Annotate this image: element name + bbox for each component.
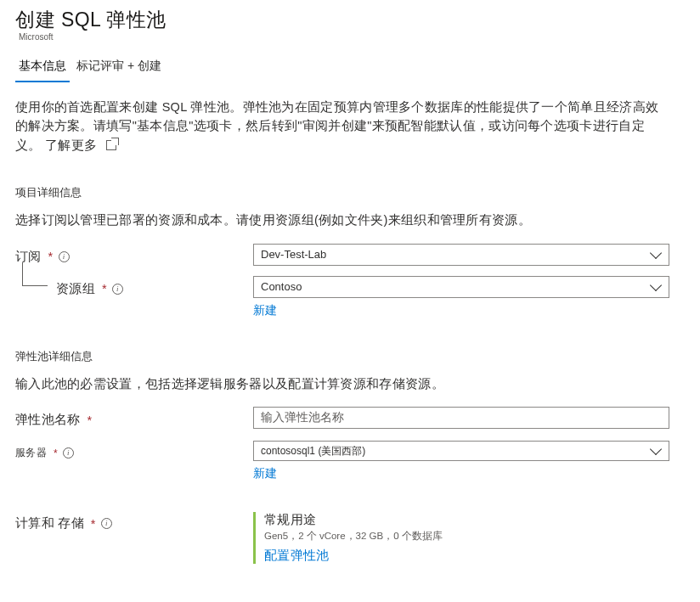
compute-storage-label: 计算和 存储 * i [15, 510, 253, 532]
resource-group-select[interactable]: Contoso [253, 276, 669, 298]
pool-name-placeholder: 输入弹性池名称 [261, 410, 344, 425]
pool-section-desc: 输入此池的必需设置，包括选择逻辑服务器以及配置计算资源和存储资源。 [15, 374, 685, 393]
learn-more-label: 了解更多 [45, 138, 97, 152]
chevron-down-icon [650, 247, 662, 259]
pool-name-label-text: 弹性池名称 [15, 412, 81, 428]
required-mark: * [48, 250, 54, 263]
tab-tags-review-create[interactable]: 标记评审 + 创建 [73, 53, 165, 82]
external-link-icon [106, 140, 116, 150]
brand-label: Microsoft [19, 32, 685, 42]
compute-spec: Gen5，2 个 vCore，32 GB，0 个数据库 [264, 530, 669, 543]
tab-basic[interactable]: 基本信息 [15, 53, 70, 82]
pool-name-input[interactable]: 输入弹性池名称 [253, 407, 669, 429]
create-new-server-link[interactable]: 新建 [253, 466, 277, 481]
pool-name-label: 弹性池名称 * [15, 407, 253, 428]
resource-group-value: Contoso [261, 280, 302, 293]
required-mark: * [54, 447, 58, 459]
server-select[interactable]: contososql1 (美国西部) [253, 441, 669, 461]
info-icon[interactable]: i [63, 447, 74, 459]
project-section-header: 项目详细信息 [15, 185, 685, 200]
page-title: 创建 SQL 弹性池 [15, 7, 685, 33]
configure-pool-link[interactable]: 配置弹性池 [264, 548, 669, 564]
resource-group-label-text: 资源组 [56, 281, 95, 297]
resource-group-label: 资源组 * i [15, 276, 253, 297]
intro-text: 使用你的首选配置来创建 SQL 弹性池。弹性池为在固定预算内管理多个数据库的性能… [15, 98, 685, 155]
compute-summary: 常规用途 Gen5，2 个 vCore，32 GB，0 个数据库 配置弹性池 [253, 512, 669, 564]
subscription-label: 订阅 * i [15, 244, 253, 265]
tab-bar: 基本信息 标记评审 + 创建 [15, 53, 685, 82]
compute-storage-label-text: 计算和 存储 [15, 515, 84, 532]
info-icon[interactable]: i [59, 251, 70, 262]
required-mark: * [91, 517, 96, 531]
project-section-desc: 选择订阅以管理已部署的资源和成本。请使用资源组(例如文件夹)来组织和管理所有资源… [15, 211, 685, 229]
required-mark: * [102, 282, 107, 295]
create-new-resource-group-link[interactable]: 新建 [253, 303, 277, 318]
pool-section-header: 弹性池详细信息 [15, 349, 685, 364]
learn-more-link[interactable]: 了解更多 [45, 138, 116, 152]
compute-tier: 常规用途 [264, 512, 669, 528]
required-mark: * [88, 414, 93, 427]
server-label-text: 服务器 [15, 446, 47, 460]
subscription-value: Dev-Test-Lab [261, 248, 326, 261]
info-icon[interactable]: i [112, 284, 123, 295]
chevron-down-icon [650, 279, 662, 291]
info-icon[interactable]: i [101, 518, 112, 529]
server-value: contososql1 (美国西部) [261, 444, 365, 459]
server-label: 服务器 * i [15, 441, 253, 460]
chevron-down-icon [650, 443, 662, 455]
tree-connector-icon [22, 262, 48, 286]
subscription-select[interactable]: Dev-Test-Lab [253, 244, 669, 266]
